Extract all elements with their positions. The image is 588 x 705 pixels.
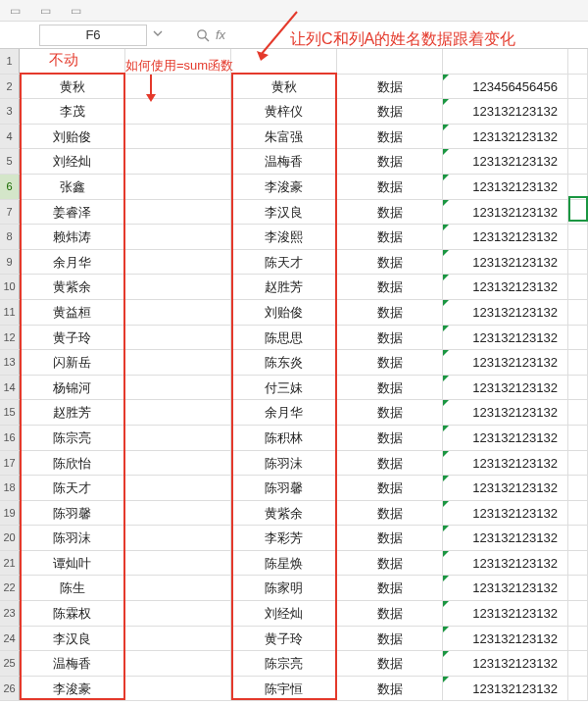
row-header[interactable]: 6	[0, 175, 20, 199]
cell-C[interactable]	[231, 49, 337, 74]
cell-D[interactable]: 数据	[337, 551, 443, 576]
cell-D[interactable]: 数据	[337, 400, 443, 425]
cell-A[interactable]: 黄子玲	[20, 326, 125, 350]
cell-D[interactable]: 数据	[337, 326, 443, 350]
cell-D[interactable]: 数据	[337, 526, 443, 550]
cell-F[interactable]	[568, 601, 588, 626]
cell-A[interactable]: 李茂	[20, 99, 125, 124]
cell-F[interactable]	[568, 175, 588, 199]
cell-E[interactable]: 123132123132	[443, 677, 568, 701]
cell-C[interactable]: 陈宇恒	[231, 677, 337, 701]
cell-C[interactable]: 陈家明	[231, 576, 337, 600]
cell-C[interactable]: 陈东炎	[231, 350, 337, 375]
cell-E[interactable]: 123132123132	[443, 576, 568, 600]
row-header[interactable]: 15	[0, 400, 20, 425]
cell-B[interactable]	[125, 175, 231, 199]
cell-A[interactable]	[20, 49, 125, 74]
cell-D[interactable]: 数据	[337, 149, 443, 174]
name-box[interactable]	[39, 25, 147, 46]
cell-F[interactable]	[568, 400, 588, 425]
cell-C[interactable]: 陈羽沫	[231, 451, 337, 476]
cell-B[interactable]	[125, 75, 231, 99]
cell-C[interactable]: 刘经灿	[231, 601, 337, 626]
cell-B[interactable]	[125, 476, 231, 500]
cell-E[interactable]: 123132123132	[443, 400, 568, 425]
cell-D[interactable]: 数据	[337, 501, 443, 526]
cell-A[interactable]: 黄紫余	[20, 275, 125, 299]
row-header[interactable]: 11	[0, 300, 20, 325]
cell-E[interactable]: 123132123132	[443, 275, 568, 299]
cell-A[interactable]: 杨锦河	[20, 376, 125, 400]
cell-E[interactable]: 123132123132	[443, 551, 568, 576]
cell-C[interactable]: 陈积林	[231, 426, 337, 450]
cell-C[interactable]: 陈天才	[231, 250, 337, 275]
cell-F[interactable]	[568, 99, 588, 124]
dropdown-icon[interactable]	[153, 28, 167, 42]
cell-F[interactable]	[568, 551, 588, 576]
cell-F[interactable]	[568, 651, 588, 676]
cell-D[interactable]: 数据	[337, 476, 443, 500]
cell-A[interactable]: 温梅香	[20, 651, 125, 676]
row-header[interactable]: 26	[0, 677, 20, 701]
cell-F[interactable]	[568, 149, 588, 174]
cell-E[interactable]: 123132123132	[443, 651, 568, 676]
cell-E[interactable]: 123456456456	[443, 75, 568, 99]
row-header[interactable]: 10	[0, 275, 20, 299]
cell-E[interactable]: 123132123132	[443, 451, 568, 476]
cell-B[interactable]	[125, 49, 231, 74]
cell-F[interactable]	[568, 476, 588, 500]
cell-A[interactable]: 陈宗亮	[20, 426, 125, 450]
row-header[interactable]: 17	[0, 451, 20, 476]
cell-E[interactable]: 123132123132	[443, 376, 568, 400]
cell-A[interactable]: 陈生	[20, 576, 125, 600]
row-header[interactable]: 5	[0, 149, 20, 174]
cell-A[interactable]: 黄秋	[20, 75, 125, 99]
cell-F[interactable]	[568, 300, 588, 325]
cell-E[interactable]: 123132123132	[443, 300, 568, 325]
cell-D[interactable]: 数据	[337, 225, 443, 249]
cell-D[interactable]: 数据	[337, 175, 443, 199]
cell-C[interactable]: 黄梓仪	[231, 99, 337, 124]
cell-C[interactable]: 刘贻俊	[231, 300, 337, 325]
cell-B[interactable]	[125, 225, 231, 249]
cell-F[interactable]	[568, 426, 588, 450]
cell-F[interactable]	[568, 451, 588, 476]
cell-E[interactable]: 123132123132	[443, 476, 568, 500]
cell-A[interactable]: 刘经灿	[20, 149, 125, 174]
cell-A[interactable]: 余月华	[20, 250, 125, 275]
row-header[interactable]: 23	[0, 601, 20, 626]
search-icon[interactable]	[196, 28, 210, 42]
cell-D[interactable]: 数据	[337, 651, 443, 676]
row-header[interactable]: 16	[0, 426, 20, 450]
cell-F[interactable]	[568, 275, 588, 299]
cell-B[interactable]	[125, 576, 231, 600]
cell-A[interactable]: 陈天才	[20, 476, 125, 500]
cell-E[interactable]: 123132123132	[443, 149, 568, 174]
row-header[interactable]: 9	[0, 250, 20, 275]
cell-B[interactable]	[125, 426, 231, 450]
cell-C[interactable]: 李汉良	[231, 200, 337, 225]
cell-C[interactable]: 温梅香	[231, 149, 337, 174]
toolbar-item[interactable]: ▭	[10, 4, 21, 18]
cell-C[interactable]: 陈思思	[231, 326, 337, 350]
cell-D[interactable]: 数据	[337, 350, 443, 375]
cell-B[interactable]	[125, 376, 231, 400]
cell-A[interactable]: 陈欣怡	[20, 451, 125, 476]
cell-B[interactable]	[125, 125, 231, 149]
cell-D[interactable]: 数据	[337, 426, 443, 450]
cell-A[interactable]: 陈霖权	[20, 601, 125, 626]
cell-D[interactable]: 数据	[337, 250, 443, 275]
cell-C[interactable]: 李浚熙	[231, 225, 337, 249]
cell-D[interactable]: 数据	[337, 627, 443, 651]
cell-C[interactable]: 黄子玲	[231, 627, 337, 651]
row-header[interactable]: 3	[0, 99, 20, 124]
cell-A[interactable]: 谭灿叶	[20, 551, 125, 576]
cell-C[interactable]: 朱富强	[231, 125, 337, 149]
cell-F[interactable]	[568, 225, 588, 249]
cell-B[interactable]	[125, 99, 231, 124]
row-header[interactable]: 2	[0, 75, 20, 99]
cell-F[interactable]	[568, 326, 588, 350]
row-header[interactable]: 4	[0, 125, 20, 149]
row-header[interactable]: 21	[0, 551, 20, 576]
cell-B[interactable]	[125, 651, 231, 676]
